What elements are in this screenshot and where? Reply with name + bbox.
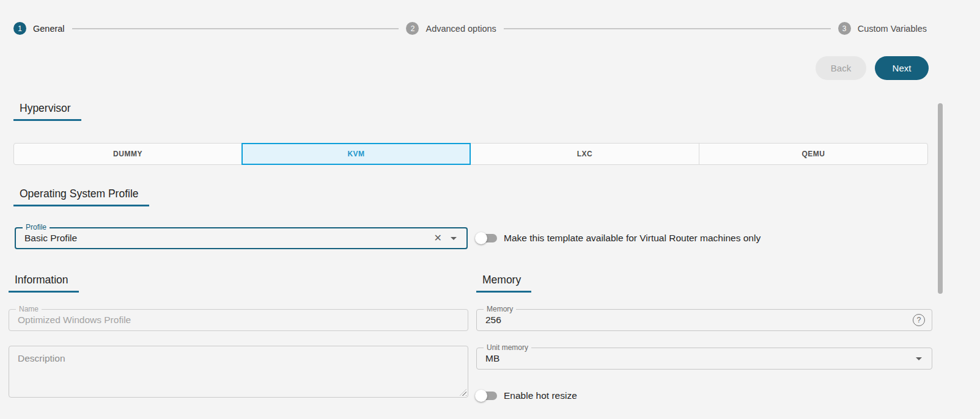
wizard-actions: Back Next	[816, 56, 929, 80]
memory-field-value[interactable]	[477, 310, 932, 330]
information-heading: Information	[9, 274, 79, 293]
vrouter-toggle-row[interactable]: Make this template available for Virtual…	[475, 231, 761, 246]
step-general[interactable]: 1 General	[13, 22, 65, 35]
step-custom-number-icon: 3	[838, 22, 851, 35]
stepper-connector	[72, 28, 399, 29]
hypervisor-tab-dummy[interactable]: DUMMY	[13, 143, 242, 165]
step-custom-label: Custom Variables	[858, 24, 927, 34]
step-general-label: General	[33, 24, 65, 34]
description-textarea[interactable]	[9, 346, 468, 397]
name-field-value	[9, 310, 468, 330]
back-button[interactable]: Back	[816, 56, 866, 80]
os-profile-heading: Operating System Profile	[13, 188, 149, 206]
select-arrow-icon[interactable]	[916, 357, 922, 360]
profile-select[interactable]: Profile ✕	[15, 227, 468, 249]
unit-memory-select[interactable]: Unit memory	[476, 348, 932, 370]
scrollbar-thumb[interactable]	[938, 103, 943, 294]
wizard-stepper: 1 General 2 Advanced options 3 Custom Va…	[13, 22, 927, 35]
memory-field[interactable]: Memory ?	[476, 309, 932, 331]
dropdown-caret-icon[interactable]	[451, 237, 457, 240]
memory-heading: Memory	[476, 274, 531, 293]
clear-icon[interactable]: ✕	[434, 233, 442, 243]
description-field[interactable]	[9, 346, 468, 398]
hypervisor-tab-lxc[interactable]: LXC	[470, 143, 699, 165]
hypervisor-tab-qemu[interactable]: QEMU	[699, 143, 928, 165]
hot-resize-toggle[interactable]	[475, 390, 498, 402]
step-advanced-options[interactable]: 2 Advanced options	[406, 22, 496, 35]
vm-template-wizard: 1 General 2 Advanced options 3 Custom Va…	[0, 0, 980, 419]
hypervisor-tabs: DUMMY KVM LXC QEMU	[13, 143, 928, 165]
step-general-number-icon: 1	[13, 22, 26, 35]
step-advanced-number-icon: 2	[406, 22, 419, 35]
hot-resize-toggle-row[interactable]: Enable hot resize	[475, 388, 577, 403]
vrouter-toggle[interactable]	[475, 232, 498, 244]
unit-memory-value[interactable]	[477, 348, 932, 369]
help-icon[interactable]: ?	[913, 314, 925, 326]
hypervisor-tab-kvm[interactable]: KVM	[241, 143, 471, 165]
vrouter-toggle-label: Make this template available for Virtual…	[504, 233, 761, 244]
profile-select-value[interactable]	[16, 228, 466, 248]
name-field: Name	[9, 309, 468, 331]
stepper-connector	[504, 28, 831, 29]
hot-resize-toggle-label: Enable hot resize	[504, 390, 577, 401]
toggle-knob	[475, 390, 487, 402]
hypervisor-heading: Hypervisor	[13, 102, 81, 121]
step-custom-variables[interactable]: 3 Custom Variables	[838, 22, 927, 35]
next-button[interactable]: Next	[875, 56, 929, 80]
toggle-knob	[475, 232, 487, 244]
step-advanced-label: Advanced options	[426, 24, 496, 34]
